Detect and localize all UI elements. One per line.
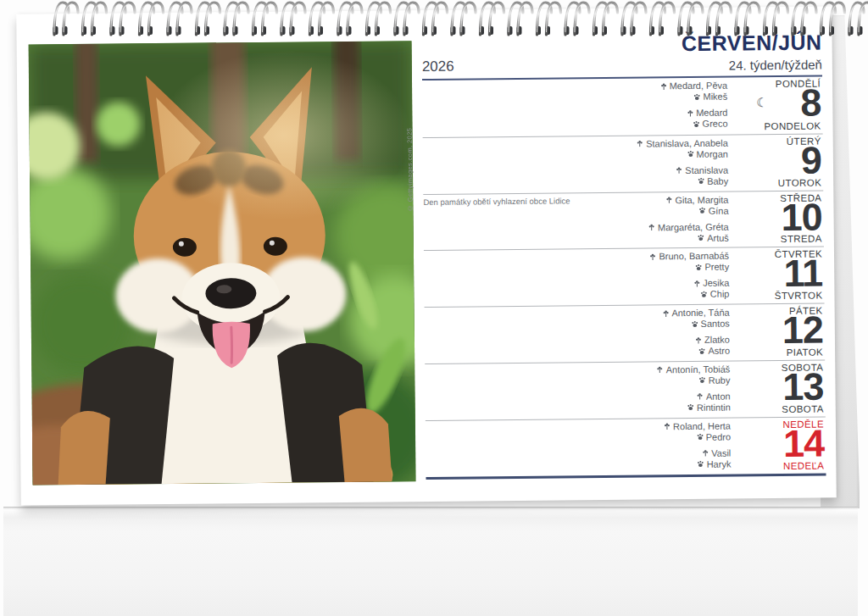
paw-icon — [698, 234, 704, 241]
week-label: 24. týden/týždeň — [729, 58, 822, 73]
flower-icon — [665, 196, 672, 203]
day-column: ÚTERÝ 9 UTOROK — [735, 134, 824, 191]
sk-dog-name-line: Artuš — [698, 232, 729, 242]
sk-name-line: Medard — [687, 108, 727, 118]
sk-dog-name-line: Astro — [698, 346, 730, 356]
cz-name-line: Medard, Pěva — [660, 80, 728, 92]
day-row: Antonín, Tobiáš Ruby Anton Rintintin SOB… — [425, 359, 826, 419]
name-days: Stanislava, Anabela Morgan Stanislava Ba… — [516, 135, 729, 192]
day-row: Stanislava, Anabela Morgan Stanislava Ba… — [423, 133, 824, 193]
moon-phase-icon: ☾ — [756, 95, 768, 110]
name-days: Gita, Margita Gína Margaréta, Gréta Artu… — [516, 191, 729, 249]
paw-icon — [687, 150, 694, 158]
cz-name-line: Stanislava, Anabela — [637, 137, 728, 148]
spiral-binding — [0, 0, 868, 41]
day-number: 11 — [783, 254, 822, 293]
cz-dog-name-line: Pretty — [695, 262, 729, 272]
photo-copyright: © Gettyimages.com, 2025 — [405, 42, 417, 212]
cz-dog-name-line: Mikeš — [693, 92, 727, 102]
sk-dog-name-line: Greco — [693, 119, 727, 129]
name-days: Medard, Pěva Mikeš Medard Greco — [515, 78, 728, 136]
day-column: NEDĚLE 14 NEDEĽA — [737, 417, 826, 474]
cz-name-line: Antonín, Tobiáš — [657, 364, 731, 375]
sk-name-line: Stanislava — [676, 164, 728, 175]
day-column: PONDĚLÍ ☾ 8 PONDELOK — [734, 77, 823, 135]
paw-icon — [698, 460, 704, 468]
sk-dog-name-line: Chip — [701, 289, 730, 299]
paw-icon — [701, 291, 708, 298]
day-rows: Medard, Pěva Mikeš Medard Greco PONDĚLÍ … — [422, 77, 826, 477]
corgi-photo — [29, 41, 416, 485]
day-name-sk: SOBOTA — [782, 403, 824, 413]
cz-name-line: Antonie, Táňa — [662, 308, 729, 319]
paw-icon — [691, 320, 698, 328]
cz-name-line: Bruno, Barnabáš — [649, 251, 729, 262]
day-name-sk: ŠTVRTOK — [775, 291, 823, 302]
base-highlight — [3, 509, 858, 518]
flower-icon — [649, 253, 656, 260]
calendar-page: © Gettyimages.com, 2025 ČERVEN/JÚN 2026 … — [16, 6, 837, 505]
day-row: Den památky obětí vyhlazení obce Lidice … — [423, 190, 824, 250]
flower-icon — [637, 140, 643, 147]
paw-icon — [699, 207, 706, 214]
day-column: SOBOTA 13 SOBOTA — [737, 360, 826, 417]
day-name-sk: STREDA — [781, 234, 822, 244]
year-week-row: 2026 24. týden/týždeň — [422, 55, 822, 76]
name-days: Antonín, Tobiáš Ruby Anton Rintintin — [518, 362, 731, 419]
flower-icon — [648, 224, 655, 231]
flower-icon — [697, 392, 704, 400]
sk-dog-name-line: Haryk — [698, 458, 732, 469]
cz-name-line: Roland, Herta — [664, 420, 731, 431]
paw-icon — [693, 92, 700, 100]
cz-dog-name-line: Pedro — [697, 431, 731, 441]
calendar-grid: ČERVEN/JÚN 2026 24. týden/týždeň Medard,… — [421, 31, 826, 487]
paw-icon — [699, 376, 706, 384]
flower-icon — [660, 82, 667, 90]
cz-dog-name-line: Santos — [691, 319, 729, 329]
cz-dog-name-line: Gína — [699, 205, 729, 215]
flower-icon — [693, 280, 700, 287]
corgi-illustration — [29, 41, 416, 485]
sk-name-line: Margaréta, Gréta — [648, 221, 729, 232]
day-row: Antonie, Táňa Santos Zlatko Astro PÁTEK … — [425, 303, 826, 363]
flower-icon — [657, 366, 664, 374]
cz-name-line: Gita, Margita — [665, 194, 728, 205]
flower-icon — [695, 336, 702, 344]
day-row: Bruno, Barnabáš Pretty Jesika Chip ČTVRT… — [424, 247, 825, 307]
day-column: PÁTEK 12 PIATOK — [737, 304, 826, 361]
sk-dog-name-line: Baby — [698, 175, 728, 186]
flower-icon — [676, 166, 682, 174]
year-label: 2026 — [422, 58, 454, 75]
flower-icon — [664, 423, 670, 430]
name-days: Bruno, Barnabáš Pretty Jesika Chip — [517, 248, 730, 306]
flower-icon — [687, 108, 693, 116]
day-row: Roland, Herta Pedro Vasil Haryk NEDĚLE 1… — [426, 416, 826, 476]
paw-icon — [695, 264, 702, 271]
flower-icon — [702, 449, 709, 457]
sk-name-line: Jesika — [693, 278, 729, 288]
sk-dog-name-line: Rintintin — [687, 402, 731, 413]
day-number: 14 — [783, 424, 825, 463]
paw-icon — [687, 403, 694, 411]
paw-icon — [697, 433, 704, 441]
day-name-sk: PIATOK — [787, 347, 824, 357]
day-number: 9 — [801, 141, 821, 180]
sk-name-line: Anton — [697, 391, 731, 402]
paw-icon — [698, 177, 704, 185]
calendar-stand-base — [3, 507, 858, 616]
paw-icon — [693, 119, 700, 127]
day-number: 10 — [781, 197, 822, 236]
sk-name-line: Zlatko — [695, 335, 730, 345]
desk-calendar-scene: © Gettyimages.com, 2025 ČERVEN/JÚN 2026 … — [0, 0, 868, 616]
day-number: 12 — [782, 311, 824, 350]
day-name-sk: NEDEĽA — [783, 460, 825, 470]
cz-dog-name-line: Ruby — [699, 375, 731, 386]
day-name-sk: PONDELOK — [764, 120, 821, 131]
day-column: ČTVRTEK 11 ŠTVRTOK — [736, 247, 825, 304]
sk-name-line: Vasil — [702, 447, 731, 458]
day-row: Medard, Pěva Mikeš Medard Greco PONDĚLÍ … — [422, 77, 823, 137]
day-number: 8 — [800, 84, 821, 123]
flower-icon — [662, 309, 669, 317]
day-number: 13 — [782, 367, 824, 406]
paw-icon — [698, 347, 705, 355]
